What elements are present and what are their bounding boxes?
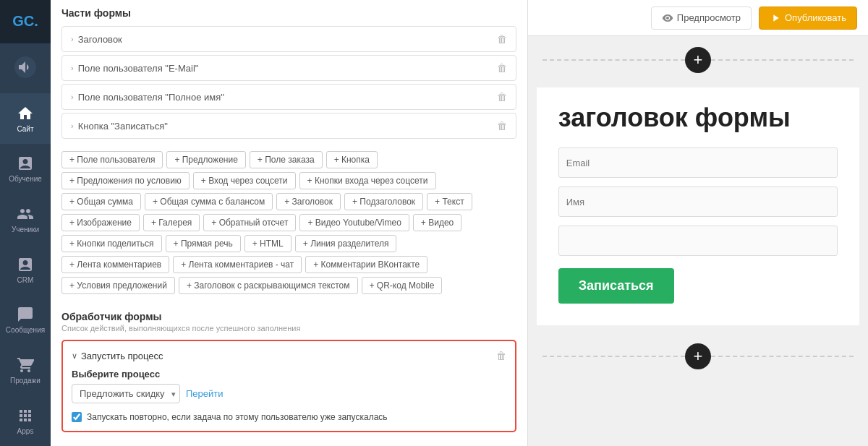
form-handler-section: Обработчик формы Список действий, выполн… [61,304,516,432]
messages-icon [17,306,34,323]
form-preview-name-input[interactable] [558,186,838,217]
preview-topbar: Предпросмотр Опубликовать [528,0,868,36]
sidebar-item-site[interactable]: Сайт [0,93,51,144]
chevron-right-icon: › [71,35,74,43]
preview-area: Предпросмотр Опубликовать + заголовок фо… [528,0,868,446]
add-buttons-row-1: + Поле пользователя + Предложение + Поле… [61,151,516,168]
crm-icon [17,256,34,273]
add-subheading-btn[interactable]: + Подзаголовок [344,193,423,210]
add-share-btn[interactable]: + Кнопки поделиться [61,235,162,252]
process-card: ∨ Запустить процесс 🗑 Выберите процесс П… [61,340,516,432]
delete-process-icon[interactable]: 🗑 [496,350,506,361]
form-preview-title: заголовок формы [558,102,838,133]
form-part-fullname[interactable]: › Поле пользователя "Полное имя" 🗑 [61,84,516,110]
form-panel: Части формы › Заголовок 🗑 › Поле пользов… [51,0,528,446]
add-conditional-offers-btn[interactable]: + Предложения по условию [61,172,190,189]
dashed-line-bottom-right [711,356,854,357]
panel-scroll[interactable]: › Заголовок 🗑 › Поле пользователя "E-Mai… [51,22,527,446]
dashed-line-top-right [711,59,854,61]
delete-button-icon[interactable]: 🗑 [497,120,507,132]
form-preview: заголовок формы Записаться [537,87,860,325]
eye-icon [662,12,673,24]
form-part-header[interactable]: › Заголовок 🗑 [61,26,516,52]
add-section-top-btn[interactable]: + [685,47,711,73]
students-icon [17,205,34,223]
sidebar-item-education[interactable]: Обучение [0,144,51,194]
dashed-line-top [542,59,685,61]
add-comments-chat-btn[interactable]: + Лента комментариев - чат [173,256,302,273]
form-part-button[interactable]: › Кнопка "Записаться" 🗑 [61,113,516,139]
play-icon [770,12,781,24]
sidebar-item-students[interactable]: Ученики [0,194,51,245]
process-repeat-checkbox[interactable] [72,412,82,422]
site-icon [17,105,34,122]
audio-icon [14,56,36,78]
add-total-balance-btn[interactable]: + Общая сумма с балансом [145,193,273,210]
sidebar-item-sales[interactable]: Продажи [0,346,51,396]
form-part-email[interactable]: › Поле пользователя "E-Mail" 🗑 [61,55,516,81]
add-gallery-btn[interactable]: + Галерея [143,214,200,231]
add-buttons-row-3: + Общая сумма + Общая сумма с балансом +… [61,193,516,210]
sales-icon [17,356,34,374]
form-preview-extra-input[interactable] [558,226,838,256]
sidebar-item-messages[interactable]: Сообщения [0,295,51,346]
form-preview-email-input[interactable] [558,147,838,178]
add-offer-conditions-btn[interactable]: + Условия предложений [61,277,175,294]
add-order-field-btn[interactable]: + Поле заказа [250,151,323,168]
add-social-buttons-btn[interactable]: + Кнопки входа через соцсети [299,172,436,189]
add-qr-btn[interactable]: + QR-код Mobile [362,277,443,294]
chevron-right-icon: › [71,64,74,72]
process-card-header: ∨ Запустить процесс 🗑 [72,350,506,361]
sidebar: GC. Сайт Обучение Ученики CRM Сообщения … [0,0,51,446]
sidebar-item-audio[interactable] [0,43,51,94]
sidebar-item-crm[interactable]: CRM [0,244,51,295]
preview-button[interactable]: Предпросмотр [651,7,752,30]
form-preview-submit-btn[interactable]: Записаться [558,268,674,304]
add-button-btn[interactable]: + Кнопка [326,151,378,168]
education-icon [17,155,34,172]
process-checkbox-row: Запускать повторно, если задача по этому… [72,412,506,422]
add-user-field-btn[interactable]: + Поле пользователя [61,151,163,168]
add-html-btn[interactable]: + HTML [244,235,292,252]
add-text-btn[interactable]: + Текст [427,193,472,210]
add-buttons-row-7: + Условия предложений + Заголовок с раск… [61,277,516,294]
add-heading-btn[interactable]: + Заголовок [276,193,341,210]
add-expandable-heading-btn[interactable]: + Заголовок с раскрывающимся текстом [179,277,358,294]
panel-header: Части формы [51,0,527,22]
form-handler-title: Обработчик формы [61,311,516,322]
add-section-bottom-btn[interactable]: + [685,343,711,369]
add-buttons-area: + Поле пользователя + Предложение + Поле… [61,145,516,304]
process-select-row: Предложить скидку Перейти [72,384,506,403]
chevron-down-icon: ∨ [72,351,77,361]
add-video-btn[interactable]: + Видео [413,214,461,231]
delete-email-icon[interactable]: 🗑 [497,62,507,74]
form-handler-subtitle: Список действий, выполняющихся после усп… [61,324,516,333]
chevron-right-icon: › [71,121,74,130]
publish-button[interactable]: Опубликовать [759,7,857,30]
add-buttons-row-4: + Изображение + Галерея + Обратный отсче… [61,214,516,231]
form-parts-section: › Заголовок 🗑 › Поле пользователя "E-Mai… [61,22,516,145]
add-social-login-btn[interactable]: + Вход через соцсети [193,172,296,189]
sidebar-item-apps[interactable]: Apps [0,395,51,446]
dashed-line-bottom [542,356,685,357]
add-total-btn[interactable]: + Общая сумма [61,193,141,210]
add-countdown-btn[interactable]: + Обратный отсчет [203,214,296,231]
add-buttons-row-6: + Лента комментариев + Лента комментарие… [61,256,516,273]
logo: GC. [0,0,51,43]
process-select-label: Выберите процесс [72,369,506,379]
delete-header-icon[interactable]: 🗑 [497,33,507,45]
chevron-right-icon: › [71,93,74,101]
process-go-link[interactable]: Перейти [186,388,224,399]
add-comments-btn[interactable]: + Лента комментариев [61,256,169,273]
add-quote-btn[interactable]: + Прямая речь [166,235,241,252]
apps-icon [17,407,34,424]
add-video-yt-btn[interactable]: + Видео Youtube/Vimeo [299,214,409,231]
add-offer-btn[interactable]: + Предложение [166,151,245,168]
add-image-btn[interactable]: + Изображение [61,214,140,231]
add-vk-comments-btn[interactable]: + Комментарии ВКонтакте [305,256,427,273]
add-buttons-row-5: + Кнопки поделиться + Прямая речь + HTML… [61,235,516,252]
delete-fullname-icon[interactable]: 🗑 [497,91,507,103]
add-divider-btn[interactable]: + Линия разделителя [295,235,397,252]
preview-content: + заголовок формы Записаться + [528,36,868,446]
process-select[interactable]: Предложить скидку [72,384,180,403]
